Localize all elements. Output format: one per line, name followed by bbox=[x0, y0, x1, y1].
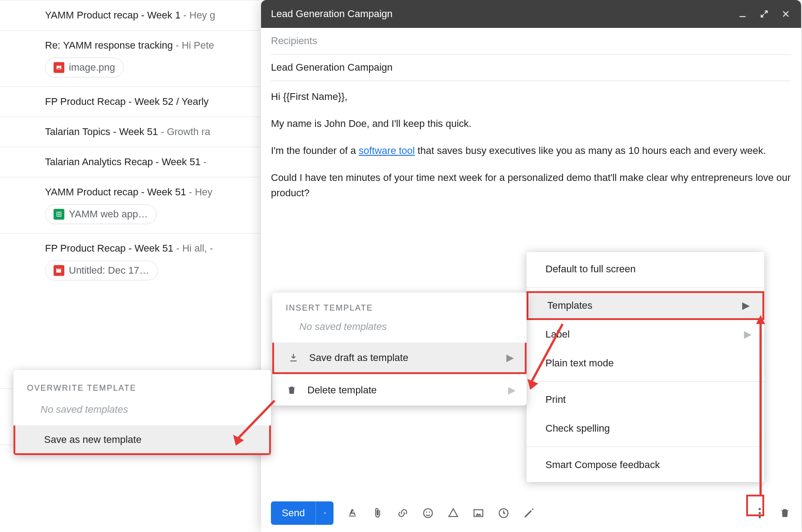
more-options-highlight bbox=[746, 495, 764, 516]
close-icon[interactable] bbox=[780, 9, 791, 19]
save-draft-as-template[interactable]: Save draft as template ▶ bbox=[272, 343, 527, 374]
trash-icon bbox=[286, 384, 297, 396]
snippet: - bbox=[201, 156, 207, 167]
send-more-button[interactable] bbox=[315, 501, 333, 525]
body-line1: My name is John Doe, and I'll keep this … bbox=[271, 116, 791, 131]
chevron-right-icon: ▶ bbox=[508, 384, 516, 396]
attachment-chip[interactable]: image.png bbox=[45, 58, 124, 77]
drive-icon[interactable] bbox=[447, 507, 460, 519]
subject: Talarian Topics - Week 51 bbox=[45, 126, 158, 137]
svg-point-0 bbox=[424, 509, 433, 518]
pen-icon[interactable] bbox=[523, 507, 535, 519]
inbox-row[interactable]: Re: YAMM response tracking - Hi Pete ima… bbox=[0, 30, 260, 86]
inbox-row[interactable]: Talarian Analytics Recap - Week 51 - bbox=[0, 147, 260, 177]
compose-toolbar: Send bbox=[271, 500, 791, 527]
insert-template-header: INSERT TEMPLATE bbox=[272, 293, 527, 318]
templates-submenu: INSERT TEMPLATE No saved templates Save … bbox=[272, 293, 527, 406]
subject: YAMM Product recap - Week 1 bbox=[45, 9, 180, 21]
save-as-new-template[interactable]: Save as new template bbox=[14, 425, 271, 455]
compose-header: Lead Generation Campaign bbox=[261, 0, 801, 28]
software-tool-link[interactable]: software tool bbox=[359, 145, 415, 156]
subject: FP Product Recap - Week 51 bbox=[45, 243, 173, 254]
inbox-row[interactable]: YAMM Product recap - Week 1 - Hey g bbox=[0, 0, 260, 30]
discard-draft-icon[interactable] bbox=[779, 507, 791, 519]
snippet: - Hi all, - bbox=[173, 243, 213, 254]
no-saved-templates: No saved templates bbox=[272, 318, 527, 343]
send-button[interactable]: Send bbox=[271, 501, 333, 525]
save-draft-label: Save draft as template bbox=[309, 352, 408, 364]
delete-template[interactable]: Delete template ▶ bbox=[272, 374, 527, 406]
recipients-field[interactable]: Recipients bbox=[271, 28, 791, 54]
menu-templates[interactable]: Templates ▶ bbox=[527, 291, 764, 320]
formatting-icon[interactable] bbox=[346, 507, 359, 519]
snippet: - Hi Pete bbox=[173, 40, 214, 51]
attachment-chip[interactable]: Untitled: Dec 17… bbox=[45, 261, 158, 280]
chip-label: image.png bbox=[69, 62, 115, 73]
menu-default-fullscreen[interactable]: Default to full screen bbox=[527, 255, 764, 284]
snippet: - Growth ra bbox=[158, 126, 210, 137]
fullscreen-icon[interactable] bbox=[759, 9, 770, 19]
overwrite-submenu: OVERWRITE TEMPLATE No saved templates Sa… bbox=[14, 370, 271, 455]
sheets-icon bbox=[54, 209, 64, 220]
inbox-row[interactable]: YAMM Product recap - Week 51 - Hey YAMM … bbox=[0, 177, 260, 233]
confidential-icon[interactable] bbox=[497, 507, 510, 519]
svg-point-7 bbox=[759, 516, 761, 518]
body-line2: I'm the founder of a software tool that … bbox=[271, 143, 791, 158]
subject-field[interactable]: Lead Generation Campaign bbox=[271, 54, 791, 81]
delete-template-label: Delete template bbox=[307, 384, 377, 396]
download-icon bbox=[288, 352, 299, 364]
subject: Talarian Analytics Recap - Week 51 bbox=[45, 156, 201, 167]
image-icon bbox=[54, 62, 64, 73]
inbox-row[interactable]: FP Product Recap - Week 52 / Yearly bbox=[0, 86, 260, 117]
chevron-right-icon: ▶ bbox=[742, 300, 750, 311]
attach-icon[interactable] bbox=[371, 507, 384, 519]
body-line3: Could I have ten minutes of your time ne… bbox=[271, 170, 791, 201]
subject: YAMM Product recap - Week 51 bbox=[45, 186, 186, 198]
no-saved-templates: No saved templates bbox=[14, 399, 271, 425]
more-options-menu: Default to full screen Templates ▶ Label… bbox=[527, 252, 764, 482]
menu-check-spelling[interactable]: Check spelling bbox=[527, 414, 764, 443]
minimize-icon[interactable] bbox=[737, 9, 748, 19]
menu-label[interactable]: Label ▶ bbox=[527, 320, 764, 349]
svg-point-1 bbox=[426, 512, 428, 513]
subject: FP Product Recap - Week 52 / Yearly bbox=[45, 96, 209, 107]
save-new-label: Save as new template bbox=[44, 434, 141, 446]
compose-title: Lead Generation Campaign bbox=[271, 8, 392, 20]
chip-label: YAMM web app… bbox=[69, 208, 148, 220]
send-label[interactable]: Send bbox=[271, 507, 315, 519]
overwrite-header: OVERWRITE TEMPLATE bbox=[14, 370, 271, 399]
menu-print[interactable]: Print bbox=[527, 385, 764, 414]
menu-plain-text[interactable]: Plain text mode bbox=[527, 349, 764, 378]
body-greeting: Hi {{First Name}}, bbox=[271, 89, 791, 104]
snippet: - Hey bbox=[186, 186, 212, 198]
inbox-row[interactable]: Talarian Topics - Week 51 - Growth ra bbox=[0, 117, 260, 147]
photo-icon[interactable] bbox=[472, 507, 485, 519]
link-icon[interactable] bbox=[396, 507, 409, 519]
chevron-right-icon: ▶ bbox=[506, 352, 514, 364]
compose-body-text[interactable]: Hi {{First Name}}, My name is John Doe, … bbox=[271, 81, 791, 221]
menu-smart-compose[interactable]: Smart Compose feedback bbox=[527, 451, 764, 479]
chip-label: Untitled: Dec 17… bbox=[69, 265, 149, 276]
snippet: - Hey g bbox=[180, 9, 215, 21]
chevron-right-icon: ▶ bbox=[744, 329, 752, 340]
inbox-row[interactable]: FP Product Recap - Week 51 - Hi all, - U… bbox=[0, 233, 260, 289]
movie-icon bbox=[54, 265, 64, 276]
attachment-chip[interactable]: YAMM web app… bbox=[45, 204, 157, 224]
svg-point-2 bbox=[429, 512, 430, 513]
subject: Re: YAMM response tracking bbox=[45, 40, 173, 51]
emoji-icon[interactable] bbox=[422, 507, 434, 519]
